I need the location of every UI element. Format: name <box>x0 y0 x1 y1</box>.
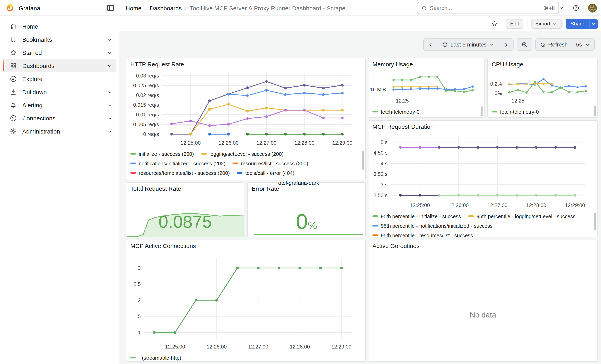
svg-text:2: 2 <box>138 297 141 303</box>
time-range-picker[interactable]: Last 5 minutes <box>438 38 499 51</box>
panel-memory-usage[interactable]: Memory Usage 16 MiB12:25 fetch-telemetry… <box>368 58 485 118</box>
svg-text:12:28:00: 12:28:00 <box>290 344 310 350</box>
search-input[interactable] <box>430 5 541 11</box>
grid-icon <box>10 62 17 69</box>
legend-series-label: tools/call - success (200) <box>139 179 196 180</box>
panel-active-goroutines[interactable]: Active Goroutines No data <box>368 240 598 362</box>
refresh-button[interactable]: Refresh <box>535 38 572 51</box>
zoom-out-button[interactable] <box>517 38 532 51</box>
legend-item[interactable]: initialize - success (200) <box>130 151 194 157</box>
sidebar-item-label: Starred <box>22 49 42 56</box>
favorite-star-icon[interactable] <box>491 20 498 27</box>
user-avatar[interactable] <box>588 3 597 12</box>
sidebar-item-home[interactable]: Home <box>3 20 116 33</box>
search-input-wrapper[interactable]: ⌘+k <box>417 2 559 14</box>
edit-button[interactable]: Edit <box>506 19 523 29</box>
refresh-label: Refresh <box>548 41 568 48</box>
sidebar-item-label: Connections <box>22 115 55 122</box>
gear-icon <box>10 128 17 135</box>
legend-item[interactable]: fetch-telemetry-0 <box>372 109 420 115</box>
panel-total-request-rate[interactable]: Total Request Rate 0.0875 <box>126 182 244 237</box>
svg-text:0.025 req/s: 0.025 req/s <box>133 82 159 89</box>
panel-mcp-request-duration[interactable]: MCP Request Duration 2.50 s3 s3.50 s4 s4… <box>368 120 598 237</box>
legend-item[interactable]: 95th percentile - notifications/initiali… <box>372 223 492 229</box>
svg-text:0%: 0% <box>494 90 502 96</box>
legend-series-chip <box>130 172 136 174</box>
svg-text:12:25:00: 12:25:00 <box>165 344 185 350</box>
add-new-button[interactable] <box>551 4 564 11</box>
sidebar-item-explore[interactable]: Explore <box>3 72 116 85</box>
legend-item[interactable]: logging/setLevel - success (200) <box>201 151 283 157</box>
legend-item[interactable]: resources/templates/list - success (200) <box>130 170 230 176</box>
legend-item[interactable]: resources/list - success (200) <box>232 160 308 166</box>
legend-item[interactable]: notifications/initialized - success (202… <box>130 160 225 166</box>
svg-text:12:27:00: 12:27:00 <box>256 140 276 146</box>
legend-item[interactable]: fetch-telemetry-0 <box>492 109 539 115</box>
legend-series-label: fetch-telemetry-0 <box>500 109 539 115</box>
panel-title: Total Request Rate <box>130 185 181 192</box>
chevron-down-icon <box>584 41 590 48</box>
chevron-down-icon <box>107 50 112 55</box>
legend-series-label: - (streamable-http) <box>139 355 181 361</box>
legend-series-chip <box>130 357 136 358</box>
legend-series-chip <box>372 215 378 217</box>
legend-item[interactable]: tools/list - success (200) <box>203 179 267 180</box>
legend-item[interactable]: 95th percentile - initialize - success <box>372 213 461 219</box>
svg-text:3: 3 <box>138 265 141 271</box>
share-dropdown-button[interactable] <box>589 19 598 29</box>
panel-title: HTTP Request Rate <box>130 61 184 68</box>
memory-usage-chart: 16 MiB12:25 <box>370 69 482 105</box>
divider <box>583 4 584 12</box>
panel-cpu-usage[interactable]: CPU Usage 0%0.2%12:25 fetch-telemetry-0 <box>487 58 598 118</box>
legend-scrollbar[interactable] <box>362 151 364 170</box>
sidebar-item-administration[interactable]: Administration <box>3 125 116 138</box>
legend-item[interactable]: - (streamable-http) <box>130 355 181 361</box>
sidebar-toggle-icon[interactable] <box>106 4 115 12</box>
legend-series-chip <box>130 163 136 164</box>
sidebar-item-connections[interactable]: Connections <box>3 112 116 125</box>
legend-scrollbar[interactable] <box>594 106 596 117</box>
stat-value: 0.0875 <box>126 212 244 232</box>
legend-item[interactable]: 95th percentile - logging/setLevel - suc… <box>468 213 576 219</box>
legend-scrollbar[interactable] <box>481 106 482 117</box>
legend-item[interactable]: 95th percentile - resources/list - succe… <box>372 232 473 237</box>
legend-item[interactable]: tools/call - success (200) <box>130 179 196 180</box>
sidebar-item-alerting[interactable]: Alerting <box>3 98 116 112</box>
bell-icon <box>10 101 17 109</box>
time-back-button[interactable] <box>423 38 438 51</box>
breadcrumb-dashboards[interactable]: Dashboards <box>150 5 182 11</box>
panel-mcp-active-connections[interactable]: MCP Active Connections 11.522.5312:25:00… <box>126 240 366 362</box>
panel-error-rate[interactable]: Error Rate 0% <box>247 182 366 237</box>
sidebar-item-starred[interactable]: Starred <box>3 46 116 59</box>
legend-series-chip <box>372 111 378 112</box>
sidebar-item-dashboards[interactable]: Dashboards <box>3 59 116 72</box>
legend-item[interactable]: tools/call - error (404) <box>237 170 294 176</box>
nav-actions <box>551 0 597 16</box>
svg-text:12:25: 12:25 <box>511 98 524 104</box>
panel-http-request-rate[interactable]: HTTP Request Rate 0 req/s0.005 req/s0.01… <box>126 58 366 180</box>
svg-text:0.03 req/s: 0.03 req/s <box>136 73 159 79</box>
help-icon[interactable] <box>572 4 580 11</box>
refresh-interval-picker[interactable]: 5s <box>571 38 595 51</box>
legend-item[interactable]: unknown - success (200) <box>274 179 340 180</box>
chevron-down-icon <box>107 128 112 134</box>
sidebar-item-bookmarks[interactable]: Bookmarks <box>3 33 116 46</box>
export-button[interactable]: Export <box>531 19 562 29</box>
svg-text:1: 1 <box>138 329 141 335</box>
legend-series-label: tools/call - error (404) <box>245 170 294 176</box>
svg-text:12:27:00: 12:27:00 <box>248 344 268 350</box>
legend-series-chip <box>232 163 238 164</box>
legend-series-label: tools/list - success (200) <box>211 179 267 180</box>
time-forward-button[interactable] <box>499 38 513 51</box>
sidebar-item-label: Bookmarks <box>22 36 52 43</box>
sidebar-item-label: Explore <box>22 76 42 82</box>
legend-series-label: 95th percentile - logging/setLevel - suc… <box>476 213 576 219</box>
breadcrumb-home[interactable]: Home <box>126 5 141 11</box>
share-button[interactable]: Share <box>566 19 589 29</box>
star-icon <box>10 49 17 56</box>
sidebar: HomeBookmarksStarredDashboardsExploreDri… <box>0 16 119 364</box>
sidebar-item-drilldown[interactable]: Drilldown <box>3 85 116 98</box>
sidebar-item-label: Alerting <box>22 102 42 108</box>
chevron-down-icon <box>552 21 558 26</box>
legend-scrollbar[interactable] <box>594 213 596 230</box>
